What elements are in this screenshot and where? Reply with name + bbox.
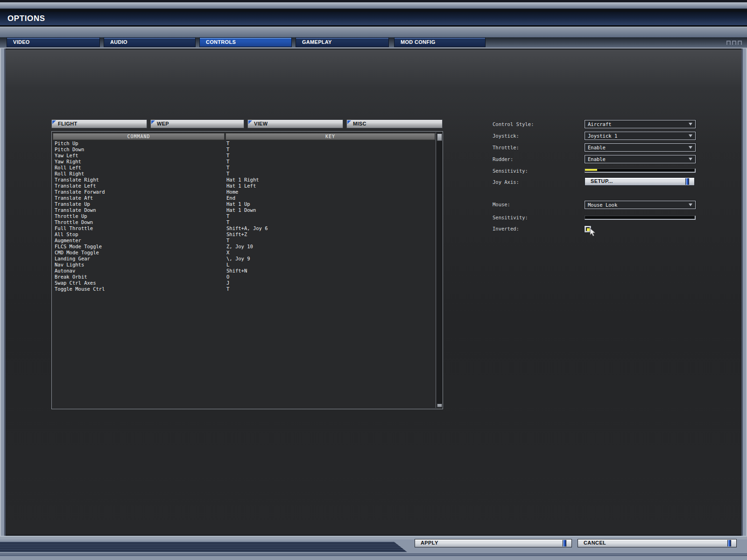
throttle-dropdown[interactable]: Enable bbox=[585, 143, 696, 152]
corner-triangle-icon bbox=[52, 120, 56, 124]
table-row[interactable]: Roll LeftT bbox=[53, 165, 435, 171]
subtab-misc[interactable]: MISC bbox=[346, 119, 443, 128]
command-cell: CMD Mode Toggle bbox=[55, 250, 99, 256]
throttle-label: Throttle: bbox=[493, 144, 519, 151]
table-row[interactable]: AugmenterT bbox=[53, 238, 435, 244]
command-cell: Throttle Down bbox=[55, 219, 93, 225]
joy-axis-label: Joy Axis: bbox=[493, 179, 519, 185]
window-deco-icon bbox=[726, 41, 742, 45]
rudder-dropdown[interactable]: Enable bbox=[585, 155, 696, 163]
key-cell: End bbox=[226, 195, 235, 201]
scrollbar-thumb[interactable] bbox=[437, 133, 442, 141]
command-cell: FLCS Mode Toggle bbox=[55, 244, 102, 250]
table-row[interactable]: AutonavShift+N bbox=[53, 268, 435, 274]
command-cell: Nav Lights bbox=[55, 262, 84, 268]
table-row[interactable]: Translate DownHat 1 Down bbox=[53, 207, 435, 213]
scrollbar-end-button[interactable] bbox=[437, 404, 442, 407]
table-row[interactable]: Pitch UpT bbox=[53, 140, 435, 147]
command-cell: Break Orbit bbox=[55, 274, 87, 280]
corner-triangle-icon bbox=[347, 120, 351, 124]
table-row[interactable]: Translate UpHat 1 Up bbox=[53, 201, 435, 207]
key-cell: O bbox=[226, 274, 229, 280]
command-cell: Translate Down bbox=[55, 207, 96, 213]
table-row[interactable]: Toggle Mouse CtrlT bbox=[53, 286, 435, 292]
key-cell: T bbox=[226, 147, 229, 153]
table-row[interactable]: Translate ForwardHome bbox=[53, 189, 435, 195]
table-row[interactable]: Throttle UpT bbox=[53, 213, 435, 219]
key-cell: Home bbox=[226, 189, 238, 195]
tab-audio[interactable]: AUDIO bbox=[104, 37, 196, 47]
button-cap-blue bbox=[685, 178, 689, 185]
command-cell: Full Throttle bbox=[55, 225, 93, 231]
table-row[interactable]: FLCS Mode ToggleZ, Joy 10 bbox=[53, 244, 435, 250]
joy-sensitivity-slider[interactable] bbox=[585, 168, 696, 173]
throttle-value: Enable bbox=[588, 145, 606, 150]
joystick-dropdown[interactable]: Joystick 1 bbox=[585, 132, 696, 140]
key-cell: T bbox=[226, 171, 229, 177]
subtab-view[interactable]: VIEW bbox=[247, 119, 343, 128]
subtab-wep[interactable]: WEP bbox=[150, 119, 244, 128]
table-row[interactable]: All StopShift+Z bbox=[53, 231, 435, 238]
table-row[interactable]: Full ThrottleShift+A, Joy 6 bbox=[53, 225, 435, 231]
button-cap-end bbox=[567, 540, 571, 546]
subtab-label: FLIGHT bbox=[58, 121, 78, 126]
table-row[interactable]: Translate AftEnd bbox=[53, 195, 435, 201]
table-row[interactable]: Yaw RightT bbox=[53, 159, 435, 165]
key-cell: T bbox=[226, 159, 229, 165]
command-cell: Toggle Mouse Ctrl bbox=[55, 286, 105, 292]
column-header-command: COMMAND bbox=[53, 133, 225, 140]
key-cell: Shift+N bbox=[226, 268, 247, 274]
table-row[interactable]: Landing Gear\, Joy 9 bbox=[53, 256, 435, 262]
tab-gameplay[interactable]: GAMEPLAY bbox=[296, 37, 389, 47]
tab-mod-config[interactable]: MOD CONFIG bbox=[394, 37, 486, 47]
control-style-dropdown[interactable]: Aircraft bbox=[585, 120, 696, 128]
joy-sensitivity-label: Sensitivity: bbox=[493, 168, 528, 174]
key-bindings-table: COMMAND KEY Pitch UpTPitch DownTYaw Left… bbox=[51, 131, 443, 409]
tab-controls[interactable]: CONTROLS bbox=[199, 37, 292, 47]
key-cell: L bbox=[226, 262, 229, 268]
slider-fill bbox=[585, 169, 597, 171]
key-cell: T bbox=[226, 219, 229, 225]
table-row[interactable]: Translate LeftHat 1 Left bbox=[53, 183, 435, 189]
control-style-label: Control Style: bbox=[493, 121, 534, 127]
key-cell: T bbox=[226, 153, 229, 159]
button-cap-blue bbox=[727, 540, 731, 546]
key-cell: Hat 1 Up bbox=[226, 201, 250, 207]
apply-button[interactable]: APPLY bbox=[415, 539, 572, 547]
key-cell: Hat 1 Down bbox=[226, 207, 256, 213]
mouse-value: Mouse Look bbox=[588, 202, 617, 208]
tab-video[interactable]: VIDEO bbox=[7, 37, 100, 47]
rudder-value: Enable bbox=[588, 156, 606, 162]
table-row[interactable]: Yaw LeftT bbox=[53, 153, 435, 159]
inverted-label: Inverted: bbox=[493, 225, 519, 232]
subtab-flight[interactable]: FLIGHT bbox=[51, 119, 147, 128]
chevron-down-icon bbox=[689, 203, 692, 206]
mouse-dropdown[interactable]: Mouse Look bbox=[585, 201, 696, 209]
table-row[interactable]: Translate RightHat 1 Right bbox=[53, 177, 435, 183]
joy-axis-setup-button[interactable]: SETUP... bbox=[585, 177, 695, 186]
key-cell: T bbox=[226, 238, 229, 244]
window-top-bar bbox=[0, 2, 747, 9]
table-row[interactable]: Swap Ctrl AxesJ bbox=[53, 280, 435, 286]
page-title: OPTIONS bbox=[7, 14, 45, 23]
key-cell: J bbox=[226, 280, 229, 286]
scrollbar[interactable] bbox=[437, 133, 443, 408]
key-cell: Shift+A, Joy 6 bbox=[226, 225, 268, 231]
command-cell: Roll Right bbox=[55, 171, 84, 177]
footer-stripes-decoration bbox=[0, 542, 407, 552]
titlebar: OPTIONS bbox=[0, 12, 747, 25]
command-cell: Yaw Left bbox=[55, 153, 78, 159]
table-row[interactable]: Break OrbitO bbox=[53, 274, 435, 280]
key-cell: T bbox=[226, 286, 229, 292]
table-row[interactable]: CMD Mode ToggleX bbox=[53, 250, 435, 256]
mouse-sensitivity-slider[interactable] bbox=[585, 216, 696, 220]
command-cell: Translate Up bbox=[55, 201, 90, 207]
table-row[interactable]: Roll RightT bbox=[53, 171, 435, 177]
table-row[interactable]: Pitch DownT bbox=[53, 147, 435, 153]
button-cap-end bbox=[732, 540, 736, 546]
button-cap-blue bbox=[563, 540, 566, 546]
cancel-button[interactable]: CANCEL bbox=[578, 539, 737, 547]
key-cell: Shift+Z bbox=[226, 231, 247, 238]
table-row[interactable]: Nav LightsL bbox=[53, 262, 435, 268]
table-row[interactable]: Throttle DownT bbox=[53, 219, 435, 225]
